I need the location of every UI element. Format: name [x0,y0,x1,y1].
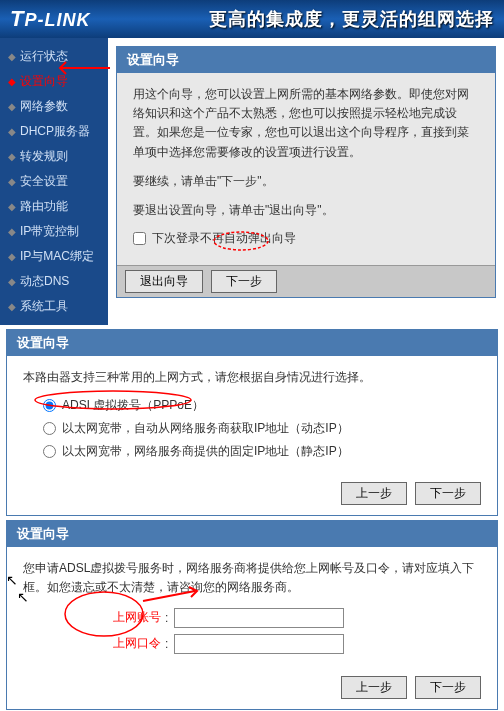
radio-static[interactable] [43,445,56,458]
sidebar-label: 转发规则 [20,148,68,165]
bullet-icon: ◆ [8,201,16,212]
panel-title: 设置向导 [117,47,495,73]
bullet-icon: ◆ [8,151,16,162]
bullet-icon: ◆ [8,176,16,187]
sidebar-label: 设置向导 [20,73,68,90]
password-label: 上网口令 [83,635,161,652]
sidebar: ◆运行状态 ◆设置向导 ◆网络参数 ◆DHCP服务器 ◆转发规则 ◆安全设置 ◆… [0,38,108,325]
prev-button[interactable]: 上一步 [341,676,407,699]
panel-title: 设置向导 [7,521,497,547]
intro-text: 用这个向导，您可以设置上网所需的基本网络参数。即使您对网络知识和这个产品不太熟悉… [133,85,479,162]
radio-dynamic[interactable] [43,422,56,435]
sidebar-item-ipmac[interactable]: ◆IP与MAC绑定 [0,244,108,269]
sidebar-label: 路由功能 [20,198,68,215]
sidebar-label: 运行状态 [20,48,68,65]
radio-static-label: 以太网宽带，网络服务商提供的固定IP地址（静态IP） [62,443,349,460]
no-autopopup-checkbox[interactable] [133,232,146,245]
sidebar-item-status[interactable]: ◆运行状态 [0,44,108,69]
sidebar-item-forward[interactable]: ◆转发规则 [0,144,108,169]
bullet-icon: ◆ [8,76,16,87]
checkbox-label: 下次登录不再自动弹出向导 [152,230,296,247]
sidebar-item-routing[interactable]: ◆路由功能 [0,194,108,219]
bullet-icon: ◆ [8,126,16,137]
exit-wizard-button[interactable]: 退出向导 [125,270,203,293]
sidebar-item-dhcp[interactable]: ◆DHCP服务器 [0,119,108,144]
wizard-panel-wan: 设置向导 本路由器支持三种常用的上网方式，请您根据自身情况进行选择。 ADSL虚… [6,329,498,516]
sidebar-item-bandwidth[interactable]: ◆IP带宽控制 [0,219,108,244]
bullet-icon: ◆ [8,226,16,237]
wizard-panel-credentials: 设置向导 您申请ADSL虚拟拨号服务时，网络服务商将提供给您上网帐号及口令，请对… [6,520,498,709]
bullet-icon: ◆ [8,301,16,312]
continue-text: 要继续，请单击"下一步"。 [133,172,479,191]
radio-pppoe-label: ADSL虚拟拨号（PPPoE） [62,397,204,414]
wan-desc: 本路由器支持三种常用的上网方式，请您根据自身情况进行选择。 [23,368,481,387]
next-button[interactable]: 下一步 [415,676,481,699]
username-input[interactable] [174,608,344,628]
next-button[interactable]: 下一步 [415,482,481,505]
password-input[interactable] [174,634,344,654]
sidebar-item-network[interactable]: ◆网络参数 [0,94,108,119]
sidebar-label: 动态DNS [20,273,69,290]
sidebar-item-security[interactable]: ◆安全设置 [0,169,108,194]
sidebar-item-system[interactable]: ◆系统工具 [0,294,108,319]
sidebar-label: 系统工具 [20,298,68,315]
logo: TP-LINK [10,6,90,32]
sidebar-label: 网络参数 [20,98,68,115]
sidebar-item-wizard[interactable]: ◆设置向导 [0,69,108,94]
cred-desc: 您申请ADSL虚拟拨号服务时，网络服务商将提供给您上网帐号及口令，请对应填入下框… [23,559,481,597]
sidebar-item-ddns[interactable]: ◆动态DNS [0,269,108,294]
username-label: 上网账号 [83,609,161,626]
exit-text: 要退出设置向导，请单击"退出向导"。 [133,201,479,220]
next-button[interactable]: 下一步 [211,270,277,293]
slogan: 更高的集成度，更灵活的组网选择 [209,7,494,31]
panel-title: 设置向导 [7,330,497,356]
radio-dynamic-label: 以太网宽带，自动从网络服务商获取IP地址（动态IP） [62,420,349,437]
sidebar-label: IP带宽控制 [20,223,79,240]
bullet-icon: ◆ [8,251,16,262]
wizard-panel-intro: 设置向导 用这个向导，您可以设置上网所需的基本网络参数。即使您对网络知识和这个产… [116,46,496,298]
bullet-icon: ◆ [8,51,16,62]
app-header: TP-LINK 更高的集成度，更灵活的组网选择 [0,0,504,38]
sidebar-label: IP与MAC绑定 [20,248,94,265]
bullet-icon: ◆ [8,276,16,287]
sidebar-label: 安全设置 [20,173,68,190]
prev-button[interactable]: 上一步 [341,482,407,505]
sidebar-label: DHCP服务器 [20,123,90,140]
radio-pppoe[interactable] [43,399,56,412]
bullet-icon: ◆ [8,101,16,112]
